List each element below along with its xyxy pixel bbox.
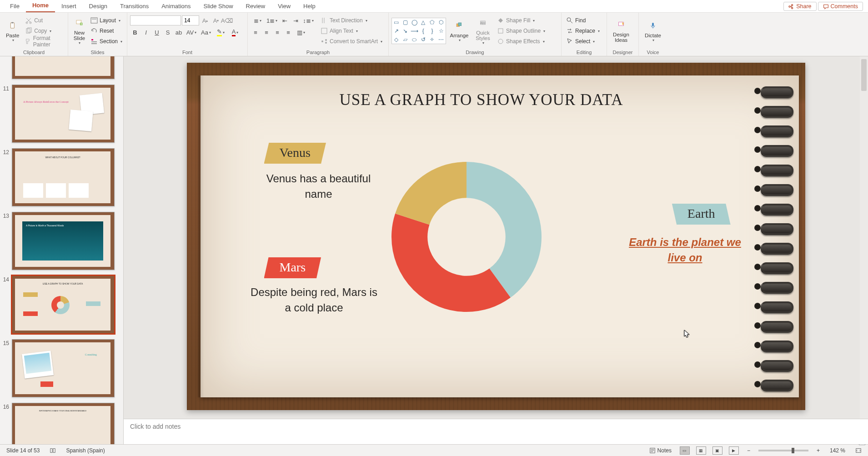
- svg-point-14: [321, 40, 323, 42]
- ribbon: Paste Cut Copy Format Painter Clipboard …: [0, 13, 868, 56]
- tab-file[interactable]: File: [4, 1, 26, 12]
- zoom-in-button[interactable]: +: [815, 447, 822, 454]
- tab-animations[interactable]: Animations: [155, 1, 197, 12]
- change-case-button: Aa: [199, 27, 213, 37]
- group-label: Voice: [639, 50, 667, 55]
- tab-home[interactable]: Home: [26, 0, 55, 12]
- group-voice: Dictate Voice: [639, 13, 667, 56]
- slide-thumbnail[interactable]: [12, 56, 115, 79]
- mars-label-tape[interactable]: Mars: [264, 257, 321, 278]
- layout-button[interactable]: Layout: [89, 15, 124, 25]
- slide-thumbnail[interactable]: A Picture Is Worth a Thousand Words: [12, 212, 115, 270]
- select-icon: [566, 38, 573, 45]
- venus-label-tape[interactable]: Venus: [264, 143, 326, 164]
- tab-slideshow[interactable]: Slide Show: [197, 1, 239, 12]
- tab-review[interactable]: Review: [240, 1, 272, 12]
- slide-thumbnail[interactable]: Consulting: [12, 339, 115, 397]
- notes-pane[interactable]: Click to add notes: [124, 419, 868, 444]
- donut-chart[interactable]: [391, 162, 542, 312]
- copy-button: Copy: [23, 26, 65, 36]
- group-label: Font: [127, 50, 247, 55]
- arrange-icon: [453, 19, 466, 32]
- font-size-input[interactable]: [182, 15, 199, 25]
- svg-rect-13: [321, 28, 327, 34]
- slideshow-view-button[interactable]: ▶: [729, 446, 739, 455]
- font-color-button: A: [228, 27, 242, 37]
- svg-rect-21: [498, 29, 503, 33]
- group-editing: Find Replace Select Editing: [562, 13, 607, 56]
- share-icon: [788, 4, 794, 10]
- svg-text:Abc: Abc: [480, 21, 486, 24]
- svg-rect-19: [481, 21, 486, 25]
- dictate-button[interactable]: Dictate: [642, 14, 664, 47]
- svg-rect-10: [91, 39, 93, 40]
- group-clipboard: Paste Cut Copy Format Painter Clipboard: [0, 13, 68, 56]
- shapes-gallery[interactable]: ▭▢◯△⬠⬡ ↗↘⟶{}☆ ◇▱⬭↺✧⋯: [391, 18, 446, 44]
- zoom-slider[interactable]: [758, 450, 808, 451]
- tab-view[interactable]: View: [271, 1, 297, 12]
- group-slides: New Slide Layout Reset Section Slides: [68, 13, 127, 56]
- char-spacing-button: AV: [185, 27, 198, 37]
- slide-number: 12: [2, 148, 12, 155]
- normal-view-button[interactable]: ▭: [680, 446, 690, 455]
- svg-rect-9: [92, 19, 96, 20]
- slide-thumbnail-selected[interactable]: USE A GRAPH TO SHOW YOUR DATA: [12, 276, 115, 334]
- zoom-level[interactable]: 142 %: [828, 447, 847, 454]
- svg-point-16: [325, 42, 327, 44]
- shape-outline-button: Shape Outline: [495, 26, 547, 36]
- align-text-button: Align Text: [319, 26, 384, 36]
- slide-canvas-area[interactable]: USE A GRAPH TO SHOW YOUR DATA Venus Venu…: [124, 56, 868, 419]
- tab-transitions[interactable]: Transitions: [114, 1, 155, 12]
- slide-thumbnail[interactable]: A Picture Always Reinforces the Concept: [12, 85, 115, 143]
- bullets-button: ≣: [251, 15, 264, 25]
- shape-fill-button: Shape Fill: [495, 15, 547, 25]
- svg-rect-5: [28, 28, 31, 32]
- slide-number: 14: [2, 276, 12, 283]
- slide-thumbnail[interactable]: INFOGRAPHICS MAKE YOUR IDEA UNDERSTANDAB…: [12, 403, 115, 444]
- increase-font-button: A▴: [200, 15, 210, 25]
- tab-design[interactable]: Design: [83, 1, 114, 12]
- cut-button: Cut: [23, 15, 65, 25]
- venus-description[interactable]: Venus has a beautiful name: [255, 171, 382, 202]
- paste-button[interactable]: Paste: [3, 14, 22, 47]
- group-label: Drawing: [389, 50, 561, 55]
- section-button[interactable]: Section: [89, 36, 124, 46]
- group-label: Editing: [562, 50, 607, 55]
- svg-point-15: [325, 39, 327, 41]
- replace-button[interactable]: Replace: [564, 26, 604, 36]
- mars-description[interactable]: Despite being red, Mars is a cold place: [251, 285, 378, 316]
- svg-point-22: [498, 39, 503, 44]
- paste-icon: [6, 19, 19, 32]
- tab-insert[interactable]: Insert: [55, 1, 83, 12]
- reset-button[interactable]: Reset: [89, 26, 124, 36]
- select-button[interactable]: Select: [564, 36, 604, 46]
- earth-label-tape[interactable]: Earth: [672, 204, 731, 225]
- notes-icon: [649, 447, 656, 454]
- slide[interactable]: USE A GRAPH TO SHOW YOUR DATA Venus Venu…: [187, 63, 805, 410]
- comments-button[interactable]: Comments: [818, 2, 863, 11]
- reading-view-button[interactable]: ▣: [712, 446, 722, 455]
- book-icon: [50, 447, 56, 454]
- share-button[interactable]: Share: [783, 2, 816, 11]
- sorter-view-button[interactable]: ▦: [696, 446, 706, 455]
- slide-thumbnail-panel[interactable]: 11 A Picture Always Reinforces the Conce…: [0, 56, 124, 444]
- spellcheck-button[interactable]: [48, 447, 58, 454]
- new-slide-button[interactable]: New Slide: [71, 14, 88, 47]
- slide-title[interactable]: USE A GRAPH TO SHOW YOUR DATA: [201, 91, 763, 109]
- find-button[interactable]: Find: [564, 15, 604, 25]
- vertical-scrollbar[interactable]: [860, 56, 868, 419]
- earth-description-link[interactable]: Earth is the planet we live on: [622, 235, 749, 266]
- fit-to-window-button[interactable]: [853, 447, 863, 454]
- arrange-button[interactable]: Arrange: [448, 14, 471, 47]
- notes-toggle[interactable]: Notes: [647, 447, 673, 454]
- slide-thumbnail[interactable]: WHAT ABOUT FOUR COLUMNS?: [12, 148, 115, 206]
- tab-help[interactable]: Help: [297, 1, 322, 12]
- zoom-out-button[interactable]: −: [745, 447, 752, 454]
- cut-icon: [25, 17, 32, 24]
- reset-icon: [90, 27, 98, 35]
- design-ideas-button[interactable]: Design Ideas: [610, 14, 632, 47]
- language-button[interactable]: Spanish (Spain): [64, 447, 106, 454]
- brush-icon: [25, 38, 31, 45]
- slide-counter[interactable]: Slide 14 of 53: [5, 447, 41, 454]
- font-name-input[interactable]: [130, 15, 181, 25]
